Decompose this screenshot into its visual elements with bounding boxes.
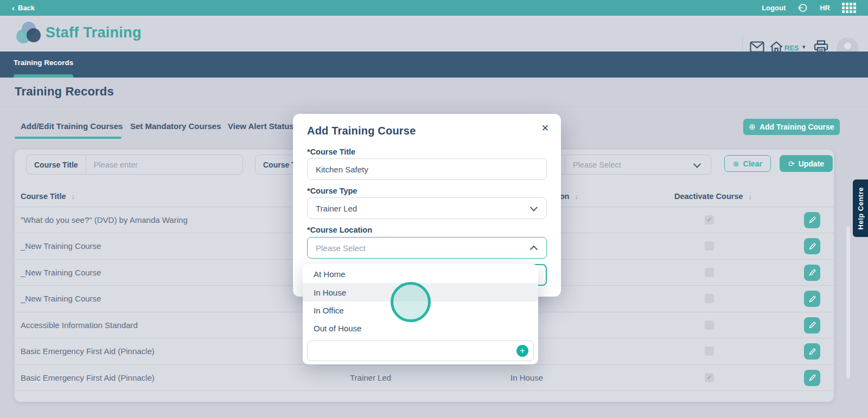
course-title-cell: _New Training Course (21, 294, 101, 303)
back-label: Back (18, 4, 35, 12)
deactivate-checkbox[interactable]: ✓ (705, 373, 714, 382)
tab-view-alert-status[interactable]: View Alert Status (228, 121, 294, 131)
update-button[interactable]: ⟳ Update (780, 155, 833, 172)
modal-title: Add Training Course (307, 125, 416, 137)
tab-set-mandatory-courses[interactable]: Set Mandatory Courses (130, 121, 221, 131)
back-link[interactable]: ‹ Back (12, 4, 35, 12)
site-code-label[interactable]: RES (784, 44, 799, 52)
course-type-cell: Trainer Led (350, 373, 391, 382)
filter-course-title: Course Title (26, 155, 243, 175)
course-title-input[interactable] (308, 165, 546, 174)
edit-course-button[interactable] (804, 343, 820, 360)
deactivate-checkbox[interactable] (705, 294, 714, 303)
tab-active-indicator (15, 137, 122, 139)
deactivate-checkbox[interactable]: ✓ (705, 215, 714, 224)
chevron-down-icon (693, 160, 701, 168)
course-title-cell: Accessible Information Standard (21, 320, 138, 330)
pencil-icon (808, 242, 816, 251)
close-icon[interactable]: ✕ (539, 120, 551, 136)
role-switcher[interactable]: HR (820, 4, 830, 12)
deactivate-checkbox[interactable] (705, 347, 714, 356)
sort-icon: ↓ (72, 193, 75, 201)
pencil-icon (808, 374, 816, 382)
edit-course-button[interactable] (804, 238, 820, 254)
app-logo (16, 22, 41, 46)
edit-course-button[interactable] (804, 370, 820, 386)
back-chevron-icon: ‹ (12, 4, 15, 12)
app-viewport: ‹ Back Logout HR Staff Training RES ▾ (0, 0, 868, 417)
app-title: Staff Training (46, 24, 142, 41)
nav-active-indicator (14, 74, 73, 78)
pencil-icon (808, 295, 816, 303)
page-title: Training Records (15, 85, 114, 99)
course-location-label: *Course Location (307, 226, 372, 234)
clear-button[interactable]: ⊗ Clear (724, 155, 771, 172)
pencil-icon (808, 348, 816, 356)
deactivate-checkbox[interactable] (705, 320, 714, 330)
course-title-label: *Course Title (307, 147, 355, 156)
edit-course-button[interactable] (804, 291, 820, 307)
main-navbar: Training Records (0, 52, 868, 78)
tab-add-edit-training-courses[interactable]: Add/Edit Training Courses (21, 121, 123, 131)
course-title-filter-input[interactable] (86, 161, 242, 169)
clear-circle-icon: ⊗ (733, 160, 739, 168)
check-icon: ✓ (706, 216, 712, 223)
edit-course-button[interactable] (804, 265, 820, 281)
chevron-down-icon (530, 204, 538, 211)
site-caret-icon[interactable]: ▾ (802, 43, 806, 50)
plus-icon: + (520, 347, 525, 355)
chevron-up-icon (530, 246, 538, 253)
help-centre-tab[interactable]: Help Centre (853, 179, 868, 237)
refresh-icon: ⟳ (788, 160, 795, 168)
column-label: Deactivate Course (674, 192, 743, 201)
course-title-cell: _New Training Course (21, 268, 101, 277)
deactivate-checkbox[interactable] (705, 241, 714, 251)
update-label: Update (799, 159, 824, 168)
title-divider (0, 106, 868, 107)
course-type-value: Trainer Led (308, 204, 531, 213)
edit-course-button[interactable] (804, 212, 820, 228)
help-centre-label: Help Centre (857, 187, 865, 229)
plus-circle-icon: ⊕ (749, 122, 756, 132)
page-scrollbar[interactable] (846, 227, 850, 378)
check-icon: ✓ (706, 374, 712, 381)
click-indicator (391, 282, 431, 322)
nav-item-training-records[interactable]: Training Records (14, 59, 73, 67)
filter-course-title-label: Course Title (27, 161, 86, 169)
course-title-cell: "What do you see?" (DVD) by Amanda Warin… (21, 215, 188, 224)
deactivate-checkbox[interactable] (705, 268, 714, 277)
pencil-icon (808, 321, 816, 329)
sort-icon: ↓ (749, 193, 752, 201)
course-title-cell: _New Training Course (21, 241, 101, 251)
add-new-location-box: + (307, 341, 534, 361)
pencil-icon (808, 268, 816, 277)
sort-icon: ↓ (575, 193, 578, 201)
new-location-input[interactable] (308, 347, 516, 355)
add-training-course-button[interactable]: ⊕ Add Training Course (743, 119, 840, 135)
app-grid-icon[interactable] (842, 3, 856, 13)
add-location-button[interactable]: + (516, 345, 528, 357)
course-location-select[interactable]: Please Select (307, 237, 547, 259)
pencil-icon (808, 216, 816, 224)
course-type-label: *Course Type (307, 187, 357, 195)
logout-icon[interactable] (797, 3, 808, 13)
edit-course-button[interactable] (804, 317, 820, 333)
course-title-cell: Basic Emergency First Aid (Pinnacle) (21, 373, 155, 382)
course-location-placeholder: Please Select (308, 243, 531, 253)
location-option-out-of-house[interactable]: Out of House (303, 319, 538, 337)
course-location-cell: In House (510, 373, 543, 382)
course-type-select[interactable]: Trainer Led (307, 197, 547, 219)
course-title-cell: Basic Emergency First Aid (Pinnacle) (21, 347, 155, 356)
logout-link[interactable]: Logout (762, 4, 786, 12)
app-header: Staff Training RES ▾ (0, 16, 868, 52)
filter-select-placeholder: Please Select (565, 161, 694, 169)
column-header-course-title[interactable]: Course Title ↓ (21, 192, 75, 201)
column-header-deactivate-course[interactable]: Deactivate Course ↓ (674, 192, 752, 201)
clear-label: Clear (743, 159, 762, 168)
table-row: Basic Emergency First Aid (Pinnacle) Tra… (15, 365, 834, 392)
location-option-at-home[interactable]: At Home (303, 265, 538, 283)
column-label: Course Title (21, 192, 66, 201)
add-training-course-label: Add Training Course (760, 123, 834, 131)
mail-icon[interactable] (750, 41, 764, 53)
course-title-field-wrap (307, 158, 547, 180)
